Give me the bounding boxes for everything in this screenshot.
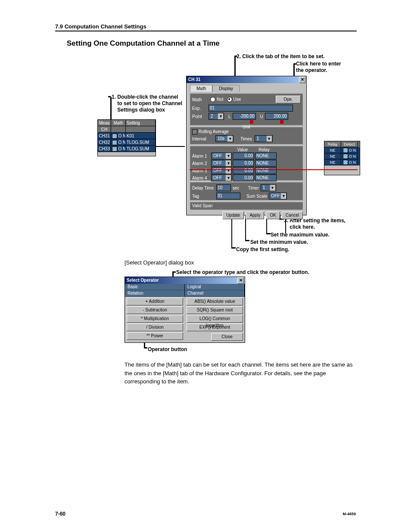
annotation-step1: 1. Double-click the channel to set to op… xyxy=(112,94,182,113)
cat-basic[interactable]: Basic xyxy=(125,284,184,290)
alarm-type-dropdown[interactable]: OFF xyxy=(211,174,232,181)
alarm-value-field[interactable]: 0.00 xyxy=(233,167,254,174)
operator-button[interactable]: EXP() Exponent xyxy=(187,324,243,331)
table-row[interactable]: CH33 O N TLOG.SUM xyxy=(98,146,156,152)
alarm-type-dropdown[interactable]: OFF xyxy=(211,160,232,167)
header-rule xyxy=(55,31,357,31)
delay-field[interactable]: 10 xyxy=(216,184,231,191)
manual-number: M-4659 xyxy=(342,512,356,516)
operator-button[interactable]: / Division xyxy=(127,324,183,331)
sub-ch: CH xyxy=(98,126,111,133)
ch-label: CH33 xyxy=(98,146,111,152)
col-relay: Relay xyxy=(324,141,341,147)
operator-button[interactable]: ABS() Absolute value xyxy=(187,298,243,305)
checkbox-icon[interactable] xyxy=(112,146,117,152)
select-operator-caption: [Select Operator] dialog box xyxy=(125,259,194,266)
label-validspan: Valid Span xyxy=(192,203,213,208)
ch-label: CH31 xyxy=(98,133,111,139)
radio-not[interactable] xyxy=(210,97,215,102)
point-dropdown[interactable]: 2 xyxy=(209,113,224,120)
alarm-type-dropdown[interactable]: OFF xyxy=(211,167,232,174)
col-detect: Detect xyxy=(341,141,358,147)
times-dropdown[interactable]: 1 xyxy=(255,135,273,142)
col-value: Value xyxy=(232,147,253,152)
dialog-title: Select Operator xyxy=(127,278,159,283)
annotation-select-type: Select the operator type and click the o… xyxy=(176,269,309,276)
dialog-titlebar[interactable]: CH 31 ✕ xyxy=(187,76,306,83)
checkbox-icon[interactable] xyxy=(343,160,348,165)
close-button[interactable]: Close xyxy=(211,333,243,341)
alarm-type-dropdown[interactable]: OFF xyxy=(211,152,232,159)
alarm-value-field[interactable]: 0.00 xyxy=(233,160,254,167)
alarm-label: Alarm 1 xyxy=(192,154,210,159)
annotation-operator-button: Operator button xyxy=(148,346,187,353)
tab-math[interactable]: Math xyxy=(190,85,212,92)
table-row: NE O N xyxy=(324,147,360,153)
alarm-relay-field[interactable]: NONE xyxy=(255,174,277,181)
label-rolling: Rolling Average xyxy=(199,129,229,134)
sumscale-dropdown[interactable]: OFF xyxy=(269,193,287,199)
alarm-row: Alarm 2OFF0.00NONE xyxy=(192,160,301,167)
table-row: NE O N xyxy=(324,159,360,165)
operator-button[interactable]: LOG() Common logarithm xyxy=(187,315,243,323)
cancel-button[interactable]: Cancel xyxy=(282,212,303,219)
cat-logical[interactable]: Logical xyxy=(185,284,244,290)
flag-icon xyxy=(250,120,253,124)
alarm-row: Alarm 3OFF0.00NONE xyxy=(192,167,301,174)
radio-use[interactable] xyxy=(227,97,232,102)
ope-button[interactable]: Ope. xyxy=(276,96,301,103)
on-label: O N xyxy=(118,139,125,146)
checkbox-icon[interactable] xyxy=(343,148,348,153)
ok-button[interactable]: OK xyxy=(266,212,280,219)
on-label: O N xyxy=(118,133,125,139)
alarm-row: Alarm 4OFF0.00NONE xyxy=(192,174,301,181)
operator-button[interactable]: SQR() Square root xyxy=(187,306,243,314)
operator-button[interactable]: * Multiplication xyxy=(127,315,183,323)
label-l: L xyxy=(228,114,231,119)
alarm-label: Alarm 2 xyxy=(192,161,210,166)
alarm-relay-field[interactable]: NONE xyxy=(255,152,277,159)
u-value-field[interactable]: 200.00 xyxy=(265,113,288,120)
body-paragraph: The items of the [Math] tab can be set f… xyxy=(125,361,357,386)
annotation-ope: Click here to enter the operator. xyxy=(296,61,341,74)
checkbox-icon[interactable] xyxy=(112,140,117,145)
relay-val: NE xyxy=(324,147,341,153)
alarm-value-field[interactable]: 0.00 xyxy=(233,152,254,159)
ch-label: CH32 xyxy=(98,139,111,146)
col-meas: Meas xyxy=(98,120,111,126)
close-icon[interactable]: ✕ xyxy=(237,277,244,284)
l-value-field[interactable]: -200.00 xyxy=(233,113,256,120)
page-number: 7-60 xyxy=(55,511,65,517)
checkbox-icon[interactable] xyxy=(112,134,117,139)
close-icon[interactable]: ✕ xyxy=(299,77,305,83)
label-delay: Delay Time xyxy=(192,186,215,190)
label-u: U xyxy=(260,114,263,119)
dialog-titlebar[interactable]: Select Operator ✕ xyxy=(125,277,245,284)
col-relay: Relay xyxy=(253,147,275,152)
table-row[interactable]: CH32 O N TLOG.SUM xyxy=(98,139,156,146)
operator-button[interactable]: + Addition xyxy=(127,298,183,305)
alarm-relay-field[interactable]: NONE xyxy=(255,167,277,174)
table-row[interactable]: CH31 O N K01 xyxy=(98,133,156,139)
alarm-row: Alarm 1OFF0.00NONE xyxy=(192,152,301,159)
interval-dropdown[interactable]: 10s xyxy=(215,135,234,142)
relay-val: NE xyxy=(324,159,341,165)
update-button[interactable]: Update xyxy=(222,212,244,219)
apply-button[interactable]: Apply xyxy=(246,212,264,219)
exp-field[interactable]: 01 xyxy=(209,105,293,112)
cat-relation[interactable]: Relation xyxy=(125,290,184,297)
tag-field[interactable]: 31 xyxy=(216,193,240,199)
timer-dropdown[interactable]: 1 xyxy=(261,184,276,191)
operator-button[interactable]: - Subtraction xyxy=(127,306,183,314)
alarm-label: Alarm 4 xyxy=(192,176,210,180)
checkbox-icon[interactable] xyxy=(343,154,348,159)
sub-spacer2 xyxy=(126,126,156,133)
table-row: NE O N xyxy=(324,153,360,159)
alarm-relay-field[interactable]: NONE xyxy=(255,160,277,167)
alarm-value-field[interactable]: 0.00 xyxy=(233,174,254,181)
rolling-avg-checkbox[interactable] xyxy=(192,129,197,134)
operator-button[interactable]: ** Power xyxy=(127,332,183,340)
cat-channel[interactable]: Channel xyxy=(185,290,244,297)
tab-display[interactable]: Display xyxy=(212,85,240,92)
channel-list-window: Meas Math Setting CH CH31 O N K01 CH32 O… xyxy=(97,119,156,156)
